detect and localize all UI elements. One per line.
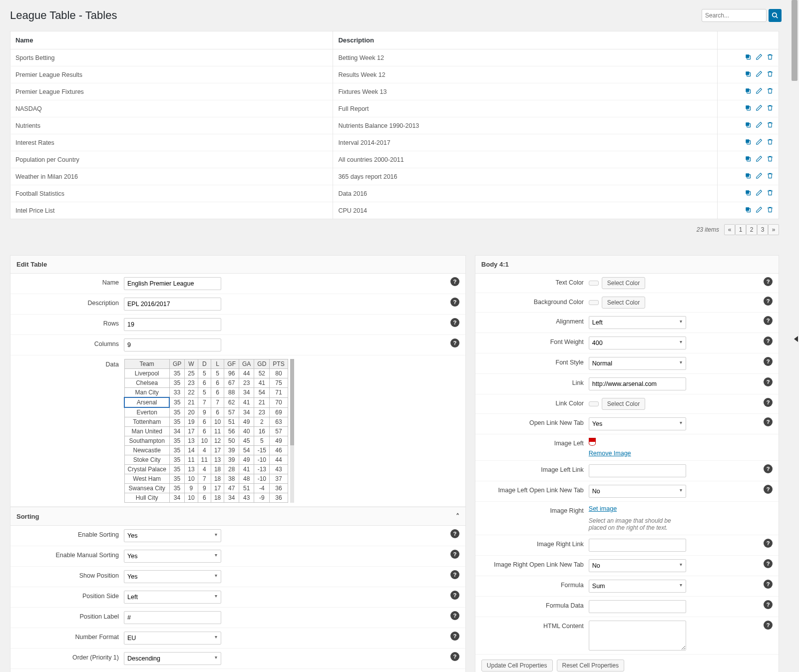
page-button[interactable]: « xyxy=(724,224,735,235)
grid-cell[interactable]: 35 xyxy=(169,446,184,455)
alignment-select[interactable]: Left xyxy=(589,316,686,329)
grid-cell[interactable]: 10 xyxy=(211,417,224,427)
trash-icon[interactable] xyxy=(767,121,774,130)
grid-cell[interactable]: 25 xyxy=(185,369,198,378)
grid-cell[interactable]: -13 xyxy=(254,465,270,474)
grid-cell[interactable]: 34 xyxy=(239,388,254,398)
columns-input[interactable] xyxy=(124,338,221,351)
grid-cell[interactable]: 96 xyxy=(224,369,239,378)
grid-cell[interactable]: 23 xyxy=(239,378,254,388)
set-image-link[interactable]: Set image xyxy=(589,505,617,512)
grid-cell[interactable]: 10 xyxy=(198,436,211,446)
search-button[interactable] xyxy=(769,9,782,22)
page-button[interactable]: » xyxy=(768,224,779,235)
grid-cell[interactable]: 17 xyxy=(211,446,224,455)
grid-header[interactable]: PTS xyxy=(270,359,288,369)
grid-cell[interactable]: 9 xyxy=(198,484,211,493)
grid-cell[interactable]: 52 xyxy=(254,369,270,378)
grid-cell[interactable]: Liverpool xyxy=(124,369,169,378)
grid-cell[interactable]: 13 xyxy=(211,455,224,465)
grid-cell[interactable]: 45 xyxy=(239,436,254,446)
grid-cell[interactable]: 18 xyxy=(211,465,224,474)
edit-icon[interactable] xyxy=(756,104,763,113)
grid-cell[interactable]: 39 xyxy=(224,455,239,465)
grid-cell[interactable]: 5 xyxy=(198,369,211,378)
order-select[interactable]: Descending xyxy=(124,652,221,665)
grid-cell[interactable]: 41 xyxy=(239,397,254,407)
select-bg-color-button[interactable]: Select Color xyxy=(602,297,645,309)
grid-cell[interactable]: 7 xyxy=(198,397,211,407)
number-format-select[interactable]: EU xyxy=(124,632,221,645)
grid-cell[interactable]: 6 xyxy=(211,407,224,417)
color-swatch[interactable] xyxy=(589,401,599,406)
row-name[interactable]: Premier League Fixtures xyxy=(10,83,333,100)
trash-icon[interactable] xyxy=(767,155,774,164)
grid-cell[interactable]: 7 xyxy=(198,474,211,484)
grid-cell[interactable]: 20 xyxy=(185,407,198,417)
page-button[interactable]: 1 xyxy=(735,224,746,235)
grid-cell[interactable]: 35 xyxy=(169,455,184,465)
manual-sorting-select[interactable]: Yes xyxy=(124,550,221,563)
grid-cell[interactable]: -4 xyxy=(254,484,270,493)
grid-cell[interactable]: 40 xyxy=(239,427,254,436)
image-left-tab-select[interactable]: No xyxy=(589,485,686,498)
grid-cell[interactable]: 46 xyxy=(270,446,288,455)
copy-icon[interactable] xyxy=(745,87,752,96)
trash-icon[interactable] xyxy=(767,70,774,79)
grid-cell[interactable]: 34 xyxy=(169,493,184,503)
grid-cell[interactable]: 49 xyxy=(239,455,254,465)
help-icon[interactable]: ? xyxy=(450,591,459,600)
grid-cell[interactable]: 41 xyxy=(239,465,254,474)
edit-icon[interactable] xyxy=(756,70,763,79)
help-icon[interactable]: ? xyxy=(764,580,773,589)
help-icon[interactable]: ? xyxy=(764,539,773,548)
html-content-textarea[interactable] xyxy=(589,621,686,651)
grid-scrollbar[interactable] xyxy=(290,359,294,503)
grid-header[interactable]: L xyxy=(211,359,224,369)
grid-header[interactable]: Team xyxy=(124,359,169,369)
help-icon[interactable]: ? xyxy=(764,485,773,494)
grid-cell[interactable]: 35 xyxy=(169,369,184,378)
grid-cell[interactable]: 5 xyxy=(211,369,224,378)
grid-cell[interactable]: 50 xyxy=(224,436,239,446)
grid-cell[interactable]: 35 xyxy=(169,484,184,493)
grid-cell[interactable]: 35 xyxy=(169,465,184,474)
grid-cell[interactable]: Man United xyxy=(124,427,169,436)
font-weight-select[interactable]: 400 xyxy=(589,336,686,349)
edit-icon[interactable] xyxy=(756,138,763,147)
grid-cell[interactable]: 6 xyxy=(198,378,211,388)
trash-icon[interactable] xyxy=(767,104,774,113)
grid-cell[interactable]: 14 xyxy=(185,446,198,455)
grid-cell[interactable]: -10 xyxy=(254,474,270,484)
image-right-tab-select[interactable]: No xyxy=(589,559,686,572)
row-name[interactable]: Interest Rates xyxy=(10,134,333,151)
grid-cell[interactable]: 88 xyxy=(224,388,239,398)
grid-cell[interactable]: Newcastle xyxy=(124,446,169,455)
grid-cell[interactable]: 37 xyxy=(270,474,288,484)
copy-icon[interactable] xyxy=(745,172,752,181)
grid-cell[interactable]: 22 xyxy=(185,388,198,398)
grid-header[interactable]: D xyxy=(198,359,211,369)
grid-header[interactable]: GA xyxy=(239,359,254,369)
copy-icon[interactable] xyxy=(745,121,752,130)
grid-cell[interactable]: Everton xyxy=(124,407,169,417)
grid-cell[interactable]: Swansea City xyxy=(124,484,169,493)
grid-cell[interactable]: 57 xyxy=(224,407,239,417)
select-link-color-button[interactable]: Select Color xyxy=(602,398,645,410)
page-button[interactable]: 3 xyxy=(757,224,768,235)
grid-cell[interactable]: 10 xyxy=(185,474,198,484)
row-name[interactable]: Intel Price List xyxy=(10,202,333,219)
data-grid[interactable]: TeamGPWDLGFGAGDPTS Liverpool352555964452… xyxy=(124,359,288,503)
grid-cell[interactable]: 35 xyxy=(169,397,184,407)
help-icon[interactable]: ? xyxy=(764,559,773,568)
image-left-link-input[interactable] xyxy=(589,464,686,477)
grid-cell[interactable]: Southampton xyxy=(124,436,169,446)
col-header-description[interactable]: Description xyxy=(333,31,718,49)
grid-cell[interactable]: 35 xyxy=(169,378,184,388)
grid-cell[interactable]: 48 xyxy=(239,474,254,484)
grid-cell[interactable]: 39 xyxy=(224,446,239,455)
open-new-tab-select[interactable]: Yes xyxy=(589,417,686,430)
enable-sorting-select[interactable]: Yes xyxy=(124,529,221,542)
grid-cell[interactable]: West Ham xyxy=(124,474,169,484)
grid-cell[interactable]: 23 xyxy=(254,407,270,417)
